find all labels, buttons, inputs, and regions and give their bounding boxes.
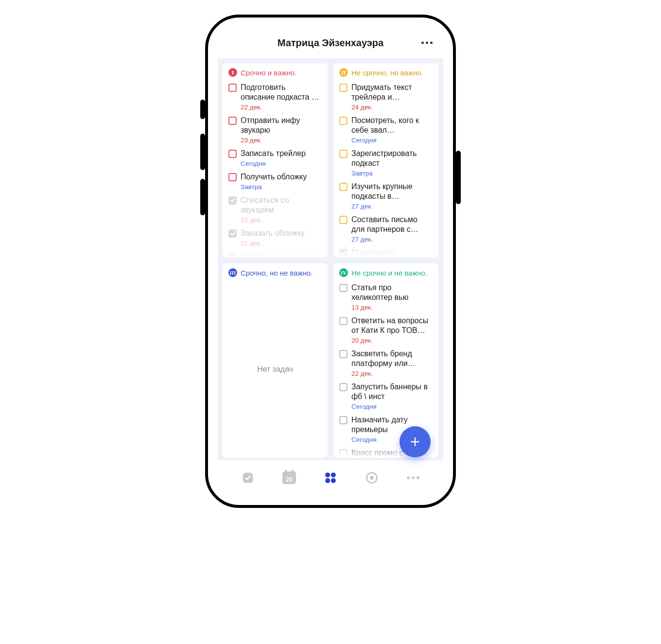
- task-item[interactable]: Запустить баннеры в фб \ инст Сегодня: [333, 380, 438, 413]
- quadrant-badge-icon: I: [228, 68, 237, 77]
- task-title: Засветить бренд платформу или бренд…: [351, 349, 433, 368]
- checkbox-icon[interactable]: [339, 350, 348, 358]
- task-date: 27 дек.: [351, 203, 433, 210]
- task-item[interactable]: Статья про хеликоптер вью 13 дек.: [333, 281, 438, 314]
- quadrant-title: Срочно и важно.: [241, 69, 296, 77]
- task-date: 20 дек.: [351, 337, 433, 344]
- phone-side-button: [200, 134, 205, 170]
- task-item[interactable]: Записать трейлер Сегодня: [223, 147, 328, 170]
- checkbox-icon[interactable]: [339, 449, 348, 457]
- checkbox-icon[interactable]: [228, 84, 237, 92]
- checkbox-icon[interactable]: [339, 183, 348, 191]
- task-item[interactable]: Придумать текст трейлера и записать… 24 …: [333, 81, 438, 114]
- quadrant-body: Подготовить описание подкаста на 1 абзац…: [223, 81, 328, 258]
- checkbox-icon[interactable]: [339, 383, 348, 391]
- task-item[interactable]: Подготовить описание подкаста на 1 абзац…: [223, 81, 328, 114]
- nav-focus[interactable]: [361, 467, 383, 488]
- checkbox-checked-icon[interactable]: [228, 253, 237, 258]
- svg-point-3: [325, 472, 330, 477]
- task-title: Ответить на вопросы от Кати К про ТОВ фи…: [351, 316, 433, 335]
- quadrant-title: Срочно, но не важно.: [241, 269, 313, 277]
- more-horizontal-icon: [407, 476, 419, 479]
- nav-matrix[interactable]: [320, 467, 341, 488]
- task-item[interactable]: Получить обложку Завтра: [223, 170, 328, 193]
- task-item[interactable]: Изучить крупные подкасты в смежных… 27 д…: [333, 180, 438, 213]
- app-header: Матрица Эйзенхауэра: [218, 27, 443, 58]
- quadrant-badge-icon: II: [339, 68, 348, 77]
- quadrant-urgent-important[interactable]: I Срочно и важно. Подготовить описание п…: [223, 63, 328, 258]
- checkbox-icon[interactable]: [339, 284, 348, 292]
- quadrant-header: II Не срочно, но важно.: [333, 63, 438, 81]
- task-date: Сегодня: [351, 403, 433, 410]
- nav-calendar[interactable]: 25: [278, 467, 300, 488]
- task-date: 21 дек.: [241, 240, 322, 247]
- checkbox-icon[interactable]: [339, 117, 348, 125]
- checkbox-icon[interactable]: [339, 150, 348, 158]
- more-options-button[interactable]: [421, 42, 433, 44]
- task-title: Зарегистрировать подкаст: [351, 149, 433, 168]
- quadrant-header: I Срочно и важно.: [223, 63, 328, 81]
- quadrant-urgent-not-important[interactable]: III Срочно, но не важно. Нет задач: [223, 263, 328, 458]
- task-item[interactable]: Засветить бренд платформу или бренд… 22 …: [333, 347, 438, 380]
- task-title: Подготовить сценарий: [351, 248, 433, 258]
- task-title: Статья про хеликоптер вью: [351, 283, 433, 302]
- page-title: Матрица Эйзенхауэра: [278, 37, 383, 49]
- quadrant-title: Не срочно, но важно.: [351, 69, 423, 77]
- kebab-icon: [430, 42, 433, 44]
- quadrant-header: IV Не срочно и не важно.: [333, 263, 438, 281]
- kebab-icon: [421, 42, 424, 44]
- task-item[interactable]: Ответить на вопросы от Кати К про ТОВ фи…: [333, 314, 438, 347]
- task-title: Выбрать спикеров из: [241, 252, 322, 258]
- task-item[interactable]: Подготовить сценарий: [333, 246, 438, 258]
- task-item[interactable]: Составить письмо для партнеров с предлож…: [333, 213, 438, 246]
- task-item[interactable]: Отправить инфу звукарю 23 дек.: [223, 114, 328, 147]
- task-title: Получить обложку: [241, 172, 322, 182]
- nav-tasks[interactable]: [237, 467, 259, 488]
- calendar-day: 25: [286, 476, 293, 483]
- target-icon: [365, 471, 379, 485]
- checkbox-icon[interactable]: [339, 84, 348, 92]
- task-date: Завтра: [351, 170, 433, 177]
- task-date: 27 дек.: [351, 236, 433, 243]
- task-date: Сегодня: [241, 160, 322, 167]
- checkbox-icon[interactable]: [228, 117, 237, 125]
- svg-point-6: [331, 478, 336, 483]
- task-date: 22 дек.: [241, 216, 322, 224]
- task-date: 22 дек.: [241, 104, 322, 111]
- checkbox-icon[interactable]: [339, 216, 348, 224]
- svg-point-5: [325, 478, 330, 483]
- quadrant-header: III Срочно, но не важно.: [223, 263, 328, 281]
- checkbox-icon[interactable]: [228, 150, 237, 158]
- quadrant-body: Придумать текст трейлера и записать… 24 …: [333, 81, 438, 258]
- checkbox-icon[interactable]: [339, 416, 348, 424]
- bottom-nav: 25: [218, 460, 443, 495]
- checkbox-icon[interactable]: [339, 317, 348, 325]
- phone-side-button: [200, 179, 205, 215]
- kebab-icon: [426, 42, 428, 44]
- checkbox-checked-icon[interactable]: [228, 229, 237, 238]
- phone-frame: Матрица Эйзенхауэра I Срочно и важно.: [205, 15, 456, 508]
- task-title: Посмотреть, кого к себе звал https://t.m…: [351, 116, 433, 135]
- task-date: Сегодня: [351, 137, 433, 144]
- quadrant-badge-icon: IV: [339, 268, 348, 277]
- task-title: Списаться со звукарем: [241, 195, 322, 215]
- svg-point-4: [331, 472, 336, 477]
- empty-state-text: Нет задач: [223, 281, 328, 458]
- add-task-button[interactable]: [400, 426, 431, 457]
- task-date: 23 дек.: [241, 137, 322, 144]
- quadrant-not-urgent-important[interactable]: II Не срочно, но важно. Придумать текст …: [333, 63, 438, 258]
- nav-more[interactable]: [402, 467, 424, 488]
- task-item[interactable]: Списаться со звукарем 22 дек.: [223, 193, 328, 226]
- task-title: Записать трейлер: [241, 149, 322, 158]
- task-title: Составить письмо для партнеров с предлож…: [351, 215, 433, 234]
- task-item[interactable]: Выбрать спикеров из: [223, 250, 328, 258]
- task-item[interactable]: Посмотреть, кого к себе звал https://t.m…: [333, 114, 438, 147]
- checkbox-icon[interactable]: [228, 173, 237, 181]
- task-date: 22 дек.: [351, 370, 433, 377]
- task-item[interactable]: Зарегистрировать подкаст Завтра: [333, 147, 438, 180]
- checkbox-checked-icon[interactable]: [228, 196, 237, 205]
- grid-icon: [324, 471, 337, 485]
- checkbox-checked-icon[interactable]: [339, 249, 348, 257]
- task-item[interactable]: Заказать обложку 21 дек.: [223, 226, 328, 250]
- svg-point-8: [370, 476, 374, 480]
